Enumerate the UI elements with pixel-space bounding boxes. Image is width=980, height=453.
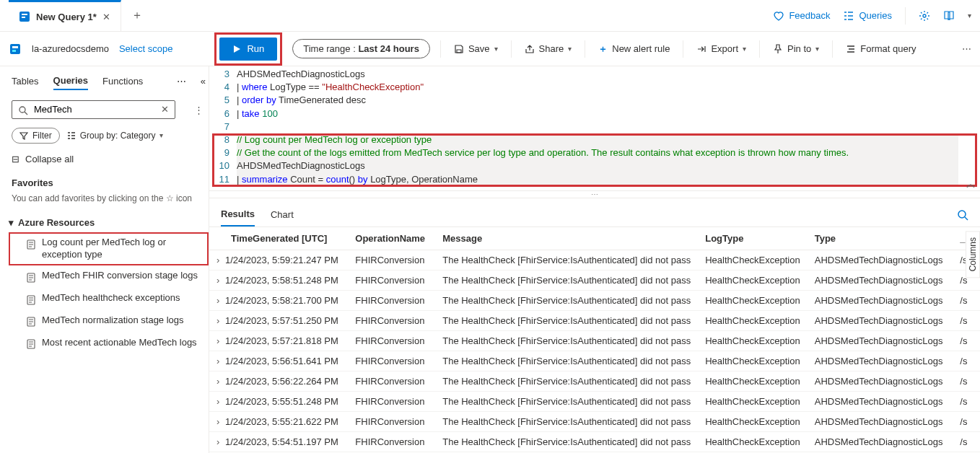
- expand-row-icon[interactable]: ›: [216, 376, 222, 387]
- feedback-link[interactable]: Feedback: [773, 10, 830, 22]
- format-query-button[interactable]: Format query: [843, 43, 919, 54]
- timerange-picker[interactable]: Time range : Last 24 hours: [292, 39, 430, 58]
- query-list-item[interactable]: Most recent actionable MedTech logs: [9, 333, 209, 355]
- column-header[interactable]: Type: [808, 226, 953, 250]
- more-icon[interactable]: ⋯: [962, 43, 971, 54]
- sidebar: Tables Queries Functions ⋯ « ✕ ⋮ Filter: [0, 66, 209, 453]
- caret-down-icon: ▾: [9, 217, 14, 228]
- search-input[interactable]: [34, 104, 155, 115]
- workspace-icon: [9, 43, 22, 56]
- query-list-item[interactable]: Log count per MedTech log or exception t…: [9, 232, 209, 265]
- azure-resources-header[interactable]: ▾ Azure Resources: [9, 213, 209, 232]
- search-icon: [18, 104, 28, 115]
- share-icon: [525, 44, 535, 54]
- tab-chart[interactable]: Chart: [271, 205, 294, 226]
- heart-icon: [773, 10, 784, 22]
- table-row[interactable]: › 1/24/2023, 5:54:51.197 PMFHIRConversio…: [209, 431, 980, 452]
- expand-row-icon[interactable]: ›: [216, 315, 222, 326]
- svg-point-8: [19, 107, 25, 113]
- table-row[interactable]: › 1/24/2023, 5:57:21.818 PMFHIRConversio…: [209, 330, 980, 351]
- document-icon: [26, 238, 36, 250]
- collapse-sidebar-icon[interactable]: «: [201, 76, 206, 87]
- clear-icon[interactable]: ✕: [161, 104, 169, 115]
- document-icon: [26, 271, 36, 283]
- table-row[interactable]: › 1/24/2023, 5:57:51.250 PMFHIRConversio…: [209, 310, 980, 330]
- play-icon: [232, 45, 241, 53]
- expand-row-icon[interactable]: ›: [216, 335, 222, 346]
- new-tab-button[interactable]: ＋: [121, 8, 153, 23]
- search-input-wrap: ✕: [12, 100, 175, 119]
- document-icon: [26, 338, 36, 351]
- columns-side-tab[interactable]: Columns: [966, 231, 980, 278]
- expand-chevron-icon[interactable]: ︽: [966, 177, 976, 190]
- filter-button[interactable]: Filter: [12, 128, 60, 144]
- plus-icon: ＋: [598, 43, 608, 56]
- more-icon[interactable]: ⋯: [177, 76, 186, 87]
- svg-rect-4: [10, 44, 20, 54]
- new-alert-button[interactable]: ＋ New alert rule: [595, 43, 673, 56]
- table-row[interactable]: › 1/24/2023, 5:59:21.247 PMFHIRConversio…: [209, 250, 980, 270]
- export-button[interactable]: Export ▾: [694, 43, 749, 54]
- run-button[interactable]: Run: [219, 38, 277, 61]
- query-item-label: Log count per MedTech log or exception t…: [42, 237, 203, 261]
- expand-row-icon[interactable]: ›: [216, 295, 222, 306]
- query-tab[interactable]: New Query 1* ✕: [9, 0, 121, 32]
- pin-button[interactable]: Pin to ▾: [770, 43, 822, 54]
- expand-row-icon[interactable]: ›: [216, 255, 222, 265]
- collapse-icon: ⊟: [12, 154, 19, 164]
- search-more-icon[interactable]: ⋮: [188, 105, 209, 115]
- chevron-down-icon[interactable]: ▾: [968, 12, 971, 19]
- save-button[interactable]: Save ▾: [451, 43, 501, 54]
- column-header[interactable]: OperationName: [348, 226, 435, 250]
- table-row[interactable]: › 1/24/2023, 5:55:51.248 PMFHIRConversio…: [209, 391, 980, 411]
- query-list-item[interactable]: MedTech normalization stage logs: [9, 310, 209, 333]
- favorites-hint: You can add favorites by clicking on the…: [9, 193, 209, 214]
- select-scope-link[interactable]: Select scope: [119, 43, 172, 54]
- document-icon: [26, 316, 36, 328]
- expand-row-icon[interactable]: ›: [216, 275, 222, 286]
- close-icon[interactable]: ✕: [102, 12, 110, 22]
- tab-functions[interactable]: Functions: [102, 73, 143, 89]
- table-row[interactable]: › 1/24/2023, 5:58:21.700 PMFHIRConversio…: [209, 290, 980, 310]
- save-icon: [454, 44, 464, 54]
- svg-rect-6: [12, 50, 16, 52]
- code-editor[interactable]: 34567891011 AHDSMedTechDiagnosticLogs| w…: [209, 66, 980, 190]
- svg-rect-2: [22, 17, 25, 18]
- query-list-item[interactable]: MedTech healthcheck exceptions: [9, 288, 209, 310]
- expand-row-icon[interactable]: ›: [216, 416, 222, 427]
- expand-row-icon[interactable]: ›: [216, 356, 222, 366]
- filter-icon: [19, 131, 28, 140]
- column-header[interactable]: Message: [435, 226, 698, 250]
- svg-point-3: [923, 14, 926, 17]
- table-row[interactable]: › 1/24/2023, 5:55:21.622 PMFHIRConversio…: [209, 411, 980, 431]
- expand-row-icon[interactable]: ›: [216, 396, 222, 407]
- share-button[interactable]: Share ▾: [522, 43, 575, 54]
- table-row[interactable]: › 1/24/2023, 5:56:51.641 PMFHIRConversio…: [209, 351, 980, 371]
- column-header[interactable]: LogType: [698, 226, 808, 250]
- collapse-all-button[interactable]: ⊟ Collapse all: [9, 151, 209, 173]
- expand-row-icon[interactable]: ›: [216, 436, 222, 447]
- favorites-header: Favorites: [9, 173, 209, 193]
- svg-point-14: [958, 211, 966, 218]
- search-icon[interactable]: [957, 209, 968, 221]
- docs-icon[interactable]: [943, 9, 955, 22]
- group-icon: [67, 131, 76, 140]
- column-header[interactable]: TimeGenerated [UTC]: [209, 226, 348, 250]
- table-row[interactable]: › 1/24/2023, 5:58:51.248 PMFHIRConversio…: [209, 270, 980, 290]
- table-row[interactable]: › 1/24/2023, 5:56:22.264 PMFHIRConversio…: [209, 371, 980, 391]
- query-item-label: MedTech healthcheck exceptions: [42, 292, 180, 304]
- groupby-dropdown[interactable]: Group by: Category ▾: [67, 131, 164, 141]
- split-handle[interactable]: ⋯: [209, 190, 980, 198]
- tab-tables[interactable]: Tables: [12, 73, 39, 89]
- query-item-label: MedTech normalization stage logs: [42, 315, 184, 327]
- pin-icon: [773, 44, 783, 54]
- tab-queries[interactable]: Queries: [53, 72, 88, 90]
- query-list-item[interactable]: MedTech FHIR conversion stage logs: [9, 265, 209, 288]
- svg-rect-1: [22, 14, 27, 15]
- queries-link[interactable]: Queries: [843, 10, 892, 22]
- tab-title: New Query 1*: [36, 12, 97, 22]
- settings-icon[interactable]: [919, 9, 930, 22]
- tab-results[interactable]: Results: [221, 204, 255, 226]
- format-icon: [846, 44, 856, 54]
- toolbar: la-azuredocsdemo Select scope Run Time r…: [0, 32, 980, 66]
